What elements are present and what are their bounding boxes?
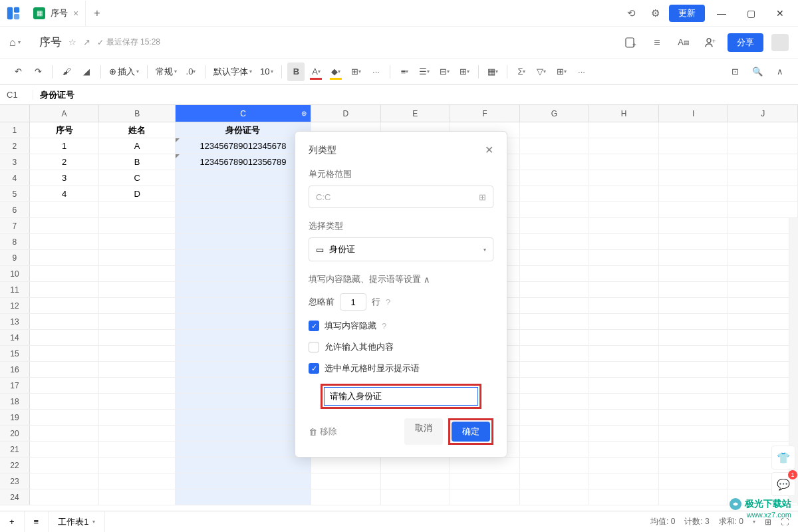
cell[interactable] (589, 234, 659, 249)
insert-dropdown[interactable]: ⊕ 插入 ▾ (106, 66, 142, 78)
cell[interactable] (99, 473, 176, 489)
notification-icon[interactable]: 💬1 (771, 472, 795, 496)
cell[interactable] (30, 282, 100, 297)
sheet-tab[interactable]: 工作表1 ▾ (49, 511, 105, 533)
share-button[interactable]: 分享 (728, 33, 763, 52)
hint-text-input[interactable] (324, 387, 478, 406)
close-window-button[interactable]: ✕ (767, 1, 793, 26)
cell[interactable] (99, 202, 176, 217)
col-header-i[interactable]: I (659, 105, 729, 122)
cell[interactable] (311, 473, 381, 489)
cell[interactable] (30, 202, 100, 217)
cell[interactable] (659, 346, 729, 361)
star-icon[interactable]: ☆ (68, 37, 76, 47)
cell[interactable] (520, 186, 590, 201)
row-header[interactable]: 4 (0, 170, 30, 186)
confirm-button[interactable]: 确定 (452, 422, 490, 442)
cell[interactable] (99, 394, 176, 409)
cell[interactable] (728, 234, 798, 249)
cell[interactable]: A (99, 138, 176, 154)
cell[interactable] (176, 170, 311, 186)
cell[interactable] (450, 473, 520, 489)
cell[interactable] (589, 410, 659, 425)
cell[interactable] (99, 346, 176, 361)
cell[interactable] (176, 186, 311, 201)
row-header[interactable]: 7 (0, 218, 30, 233)
cell[interactable] (520, 489, 590, 505)
cell[interactable] (30, 314, 100, 329)
cell[interactable] (728, 202, 798, 217)
fill-color-button[interactable]: ◆▾ (327, 63, 344, 81)
cell[interactable]: 3 (30, 170, 100, 186)
cell[interactable] (99, 250, 176, 265)
more-format-button[interactable]: ··· (367, 63, 384, 81)
cell[interactable] (520, 298, 590, 313)
list-icon[interactable]: ≡ (648, 33, 666, 52)
cell[interactable] (30, 410, 100, 425)
row-header[interactable]: 17 (0, 378, 30, 393)
cell[interactable] (450, 458, 520, 473)
cell[interactable] (176, 426, 311, 441)
cell[interactable] (728, 314, 798, 329)
cell[interactable] (99, 378, 176, 393)
freeze-button[interactable]: ▦ ▾ (484, 63, 501, 81)
cell[interactable] (30, 426, 100, 441)
cell[interactable] (30, 298, 100, 313)
cell[interactable] (659, 202, 729, 217)
cell[interactable]: D (99, 186, 176, 201)
maximize-button[interactable]: ▢ (738, 1, 763, 26)
cell[interactable] (728, 362, 798, 377)
cell[interactable] (30, 394, 100, 409)
skip-rows-input[interactable] (340, 293, 366, 311)
cell[interactable] (520, 138, 590, 154)
cell[interactable] (176, 378, 311, 393)
cell[interactable] (589, 154, 659, 170)
font-size-dropdown[interactable]: 10 ▾ (257, 66, 276, 76)
cell[interactable] (520, 234, 590, 249)
range-input[interactable]: C:C ⊞ (309, 186, 493, 208)
col-header-j[interactable]: J (728, 105, 798, 122)
cell[interactable] (99, 426, 176, 441)
cell[interactable] (99, 218, 176, 233)
cell[interactable] (99, 458, 176, 473)
cell[interactable] (176, 282, 311, 297)
cell[interactable] (176, 266, 311, 281)
cell[interactable] (728, 330, 798, 345)
col-header-e[interactable]: E (381, 105, 451, 122)
cell[interactable] (520, 362, 590, 377)
row-header[interactable]: 1 (0, 122, 30, 138)
cell[interactable] (311, 489, 381, 505)
avatar[interactable] (771, 34, 789, 51)
cell[interactable] (381, 473, 451, 489)
row-header[interactable]: 18 (0, 394, 30, 409)
cell[interactable] (728, 218, 798, 233)
remove-button[interactable]: 🗑 移除 (309, 426, 337, 438)
edit-icon[interactable]: + (621, 33, 640, 52)
cell[interactable] (176, 202, 311, 217)
cell[interactable] (520, 458, 590, 473)
help-icon[interactable]: ? (386, 297, 390, 307)
cell[interactable] (99, 489, 176, 505)
cell[interactable] (589, 346, 659, 361)
cell[interactable] (659, 266, 729, 281)
halign-button[interactable]: ≡ ▾ (396, 63, 413, 81)
update-button[interactable]: 更新 (669, 5, 705, 22)
cell[interactable] (589, 202, 659, 217)
row-header[interactable]: 14 (0, 330, 30, 345)
row-header[interactable]: 24 (0, 489, 30, 505)
select-all-corner[interactable] (0, 105, 30, 122)
search-icon[interactable]: 🔍 (749, 63, 766, 81)
cell[interactable] (589, 122, 659, 138)
cell[interactable] (728, 282, 798, 297)
document-tab[interactable]: ▦ 序号 × (27, 1, 86, 26)
cell[interactable] (30, 458, 100, 473)
valign-button[interactable]: ☰ ▾ (416, 63, 433, 81)
export-icon[interactable]: ↗ (83, 37, 90, 47)
cell[interactable]: 123456789012356789 (176, 154, 311, 170)
grid-select-icon[interactable]: ⊞ (479, 192, 486, 202)
plugin-icon[interactable]: ⊡ (726, 63, 743, 81)
bold-button[interactable]: B (287, 63, 305, 81)
popup-close-icon[interactable]: ✕ (485, 144, 493, 156)
sigma-button[interactable]: Σ ▾ (513, 63, 530, 81)
undo-button[interactable]: ↶ (9, 63, 27, 81)
